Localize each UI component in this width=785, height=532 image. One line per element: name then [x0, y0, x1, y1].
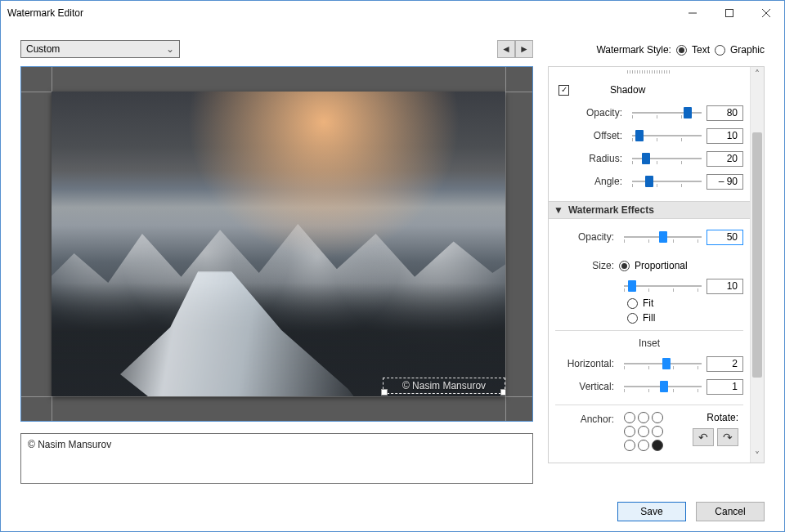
panel-body: Shadow Opacity: 80 Offset: 10 Radius:: [549, 67, 750, 463]
style-text-radio[interactable]: [676, 45, 687, 56]
nav-buttons: ◄ ►: [497, 40, 533, 58]
watermark-overlay-text: © Nasim Mansurov: [402, 380, 486, 391]
anchor-cell-bc[interactable]: [638, 440, 649, 451]
shadow-offset-slider[interactable]: [632, 127, 702, 144]
shadow-angle-label: Angle:: [555, 176, 627, 187]
inset-horizontal-slider[interactable]: [624, 355, 702, 372]
dialog-footer: Save Cancel: [1, 492, 784, 531]
size-mode-row: Size: Proportional: [555, 257, 743, 275]
rotate-block: Rotate: ↶ ↷: [693, 412, 743, 446]
guide-line: [21, 396, 532, 397]
rotate-right-button[interactable]: ↷: [717, 428, 738, 446]
size-slider[interactable]: [624, 278, 702, 294]
content-area: Custom ⌄ ◄ ► © Nasim Mansurov: [1, 25, 784, 492]
effects-panel: Shadow Opacity: 80 Offset: 10 Radius:: [548, 66, 765, 463]
anchor-cell-tr[interactable]: [652, 412, 663, 423]
shadow-radius-label: Radius:: [555, 153, 627, 164]
watermark-style-row: Watermark Style: Text Graphic: [548, 40, 765, 60]
shadow-opacity-value[interactable]: 80: [706, 105, 743, 121]
divider: [555, 330, 743, 331]
size-fill-radio[interactable]: [627, 313, 638, 324]
anchor-cell-tl[interactable]: [624, 412, 635, 423]
preset-bar: Custom ⌄ ◄ ►: [20, 40, 533, 58]
panel-scrollbar[interactable]: ˄ ˅: [750, 67, 764, 463]
preview-image: © Nasim Mansurov: [52, 92, 505, 396]
window-title: Watermark Editor: [7, 7, 674, 19]
preset-dropdown[interactable]: Custom ⌄: [20, 40, 180, 58]
inset-vertical-label: Vertical:: [555, 381, 619, 392]
anchor-cell-bl[interactable]: [624, 440, 635, 451]
watermark-editor-window: Watermark Editor Custom ⌄ ◄ ►: [0, 0, 785, 532]
anchor-cell-tc[interactable]: [638, 412, 649, 423]
shadow-offset-label: Offset:: [555, 130, 627, 141]
cancel-button[interactable]: Cancel: [696, 502, 765, 521]
effects-opacity-label: Opacity:: [555, 231, 619, 243]
shadow-label: Shadow: [610, 84, 645, 96]
watermark-effects-header[interactable]: ▼ Watermark Effects: [549, 201, 750, 219]
shadow-offset-value[interactable]: 10: [706, 128, 743, 144]
inset-vertical-row: Vertical: 1: [555, 375, 743, 398]
anchor-cell-ml[interactable]: [624, 426, 635, 437]
rotate-left-button[interactable]: ↶: [693, 428, 714, 446]
titlebar: Watermark Editor: [1, 1, 784, 25]
size-suboptions: Fit Fill: [627, 297, 743, 324]
size-value-row: 10: [555, 275, 743, 297]
shadow-radius-slider[interactable]: [632, 150, 702, 167]
size-proportional-label: Proportional: [635, 260, 688, 271]
watermark-text-value: © Nasim Mansurov: [28, 439, 111, 450]
anchor-cell-mc[interactable]: [638, 426, 649, 437]
anchor-cell-br[interactable]: [652, 440, 663, 451]
preview-canvas[interactable]: © Nasim Mansurov: [20, 66, 533, 422]
shadow-radius-row: Radius: 20: [555, 147, 743, 170]
watermark-bounding-box[interactable]: © Nasim Mansurov: [383, 378, 505, 394]
panel-grip[interactable]: [627, 70, 671, 74]
size-value[interactable]: 10: [706, 279, 743, 294]
scroll-down-button[interactable]: ˅: [751, 449, 764, 463]
maximize-button[interactable]: [711, 1, 747, 25]
shadow-opacity-label: Opacity:: [555, 107, 627, 118]
close-button[interactable]: [747, 1, 784, 25]
divider: [555, 405, 743, 405]
prev-image-button[interactable]: ◄: [497, 40, 515, 58]
size-fit-radio[interactable]: [627, 298, 638, 309]
shadow-angle-row: Angle: – 90: [555, 170, 743, 193]
watermark-style-label: Watermark Style:: [596, 44, 671, 56]
size-fill-label: Fill: [643, 312, 655, 324]
anchor-label: Anchor:: [555, 412, 619, 425]
rotate-label: Rotate:: [706, 412, 738, 423]
minimize-button[interactable]: [674, 1, 711, 25]
next-image-button[interactable]: ►: [515, 40, 533, 58]
effects-opacity-value[interactable]: 50: [706, 230, 743, 245]
shadow-opacity-row: Opacity: 80: [555, 101, 743, 124]
watermark-text-input[interactable]: © Nasim Mansurov: [20, 433, 533, 484]
save-button[interactable]: Save: [617, 502, 686, 521]
shadow-toggle-row: Shadow: [555, 78, 743, 101]
size-fit-label: Fit: [643, 297, 653, 309]
scroll-thumb[interactable]: [752, 132, 762, 378]
inset-horizontal-row: Horizontal: 2: [555, 352, 743, 375]
shadow-angle-value[interactable]: – 90: [706, 174, 743, 190]
right-column: Watermark Style: Text Graphic Shadow Opa…: [548, 40, 765, 492]
shadow-checkbox[interactable]: [558, 85, 569, 96]
shadow-opacity-slider[interactable]: [632, 105, 702, 121]
anchor-grid[interactable]: [624, 412, 665, 453]
size-label: Size:: [555, 260, 619, 271]
anchor-rotate-row: Anchor:: [555, 412, 743, 453]
effects-opacity-slider[interactable]: [624, 229, 702, 245]
inset-vertical-slider[interactable]: [624, 378, 702, 395]
svg-rect-1: [725, 10, 733, 17]
style-graphic-radio[interactable]: [715, 45, 725, 56]
guide-line: [505, 67, 506, 421]
inset-horizontal-label: Horizontal:: [555, 358, 619, 369]
size-proportional-radio[interactable]: [619, 261, 630, 271]
anchor-block: Anchor:: [555, 412, 665, 453]
disclosure-triangle-icon: ▼: [554, 204, 563, 216]
anchor-cell-mr[interactable]: [652, 426, 663, 437]
scroll-up-button[interactable]: ˄: [751, 67, 764, 81]
shadow-angle-slider[interactable]: [632, 173, 702, 190]
inset-vertical-value[interactable]: 1: [706, 379, 743, 395]
effects-opacity-row: Opacity: 50: [555, 226, 743, 248]
chevron-down-icon: ⌄: [166, 43, 174, 55]
shadow-radius-value[interactable]: 20: [706, 151, 743, 167]
inset-horizontal-value[interactable]: 2: [706, 356, 743, 372]
